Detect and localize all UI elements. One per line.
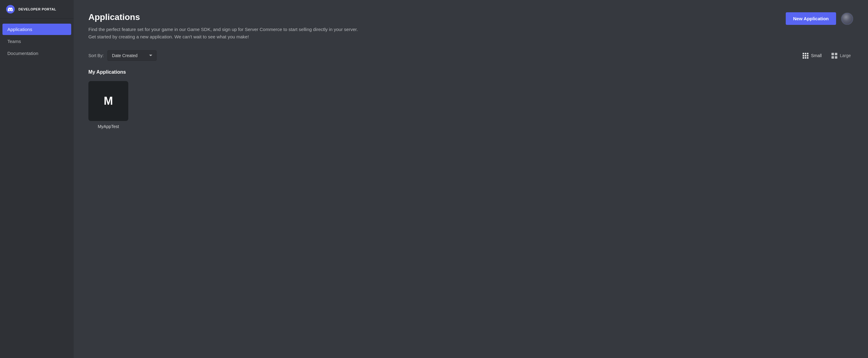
page-description: Find the perfect feature set for your ga… (88, 26, 365, 40)
page-header-left: Applications Find the perfect feature se… (88, 12, 778, 40)
my-applications-section: My Applications M MyAppTest (88, 69, 853, 129)
page-header-right: New Application (786, 12, 853, 25)
sidebar-nav: Applications Teams Documentation (0, 19, 74, 64)
new-application-button[interactable]: New Application (786, 12, 836, 25)
view-small-label: Small (811, 53, 822, 58)
sidebar-header: DEVELOPER PORTAL (0, 0, 74, 19)
app-icon-letter: M (104, 95, 113, 108)
sort-bar: Sort By: Date Created Name Last Modified (88, 50, 853, 61)
main-content: Applications Find the perfect feature se… (74, 0, 868, 358)
sort-left: Sort By: Date Created Name Last Modified (88, 50, 157, 61)
sidebar-item-teams[interactable]: Teams (2, 36, 71, 47)
sort-label: Sort By: (88, 53, 104, 58)
sort-select[interactable]: Date Created Name Last Modified (107, 50, 157, 61)
large-grid-icon (832, 53, 837, 59)
sidebar: DEVELOPER PORTAL Applications Teams Docu… (0, 0, 74, 358)
view-large-button[interactable]: Large (829, 52, 853, 60)
portal-title: DEVELOPER PORTAL (19, 7, 56, 11)
app-name-myapptest: MyAppTest (98, 124, 119, 129)
user-avatar[interactable] (841, 12, 853, 25)
view-large-label: Large (840, 53, 851, 58)
my-applications-title: My Applications (88, 69, 853, 75)
sidebar-item-applications[interactable]: Applications (2, 24, 71, 35)
app-card-myapptest[interactable]: M MyAppTest (88, 81, 128, 129)
discord-logo-icon (6, 5, 15, 13)
view-toggle: Small Large (800, 52, 853, 60)
page-header: Applications Find the perfect feature se… (88, 12, 853, 40)
app-icon-myapptest: M (88, 81, 128, 121)
view-small-button[interactable]: Small (800, 52, 824, 60)
page-title: Applications (88, 12, 778, 22)
small-grid-icon (803, 53, 808, 59)
apps-grid: M MyAppTest (88, 81, 853, 129)
sidebar-item-documentation[interactable]: Documentation (2, 48, 71, 59)
avatar-image (842, 13, 852, 24)
